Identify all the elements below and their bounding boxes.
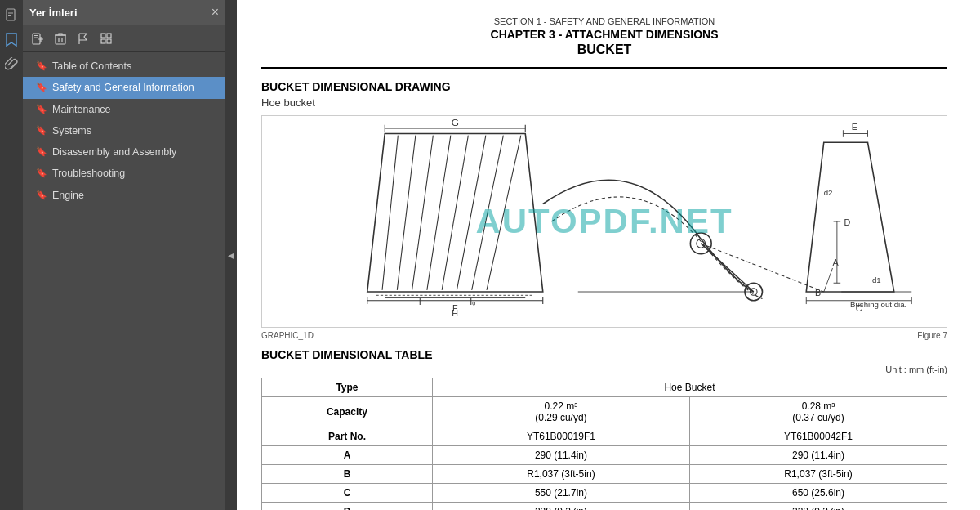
document-header: SECTION 1 - SAFETY AND GENERAL INFORMATI… <box>261 16 947 57</box>
sidebar-collapse-handle[interactable]: ◀ <box>225 0 237 510</box>
svg-rect-6 <box>34 37 38 38</box>
svg-text:C: C <box>856 303 862 313</box>
sidebar-header: Yer İmleri × <box>23 0 225 25</box>
table-cell: Part No. <box>262 427 433 446</box>
svg-text:H: H <box>452 308 458 318</box>
bookmark-icon-engine: 🔖 <box>36 190 47 200</box>
new-bookmark-button[interactable] <box>28 29 47 48</box>
sidebar-panel: Yer İmleri × <box>23 0 225 510</box>
sidebar-item-troubleshooting[interactable]: 🔖 Troubleshooting <box>23 163 225 184</box>
svg-line-22 <box>457 136 485 290</box>
svg-text:E: E <box>852 122 858 132</box>
dimensions-table: Type Hoe Bucket Capacity 0.22 m³(0.29 cu… <box>261 378 947 510</box>
sidebar-item-safety-general[interactable]: 🔖 Safety and General Information <box>23 77 225 98</box>
table-row: Capacity 0.22 m³(0.29 cu/yd) 0.28 m³(0.3… <box>262 397 947 427</box>
sidebar-item-engine[interactable]: 🔖 Engine <box>23 185 225 206</box>
toolbar-pages-icon[interactable] <box>3 7 20 23</box>
sidebar-item-label: Systems <box>52 124 91 137</box>
table-cell: YT61B00019F1 <box>432 427 689 446</box>
bookmark-icon-safety: 🔖 <box>36 82 47 92</box>
table-cell: 238 (9.37in) <box>689 503 947 511</box>
svg-text:G: G <box>452 117 459 128</box>
left-toolbar <box>0 0 23 510</box>
bookmark-icon-systems: 🔖 <box>36 125 47 136</box>
svg-line-20 <box>427 136 451 290</box>
svg-rect-10 <box>101 39 105 43</box>
sidebar-items: 🔖 Table of Contents 🔖 Safety and General… <box>23 52 225 510</box>
table-row: C 550 (21.7in) 650 (25.6in) <box>262 484 947 503</box>
table-cell: 0.22 m³(0.29 cu/yd) <box>432 397 689 427</box>
sidebar-item-disassembly[interactable]: 🔖 Disassembly and Assembly <box>23 141 225 163</box>
options-bookmark-button[interactable] <box>96 29 116 48</box>
bookmark-icon-toc: 🔖 <box>36 60 47 71</box>
table-row: Type Hoe Bucket <box>262 378 947 397</box>
svg-rect-3 <box>8 15 11 16</box>
svg-line-38 <box>701 244 754 292</box>
sidebar-item-label: Troubleshooting <box>52 167 125 180</box>
graphic-id-label: GRAPHIC_1D <box>261 331 314 340</box>
svg-rect-1 <box>8 11 13 11</box>
drawing-subheading: Hoe bucket <box>261 96 947 109</box>
bucket-drawing: AUTOPDF.NET G F I I₀ <box>261 115 947 328</box>
sidebar-item-label: Table of Contents <box>52 60 131 73</box>
table-cell: 550 (21.7in) <box>432 484 689 503</box>
table-cell: Hoe Bucket <box>432 378 947 397</box>
table-cell: D <box>262 503 433 511</box>
table-row: B R1,037 (3ft-5in) R1,037 (3ft-5in) <box>262 465 947 484</box>
sidebar-item-systems[interactable]: 🔖 Systems <box>23 120 225 141</box>
svg-line-19 <box>412 136 434 290</box>
svg-rect-2 <box>8 13 13 14</box>
flag-bookmark-button[interactable] <box>74 29 93 48</box>
table-cell: 290 (11.4in) <box>432 446 689 465</box>
svg-line-17 <box>382 136 398 290</box>
toolbar-attachments-icon[interactable] <box>3 56 20 72</box>
svg-line-21 <box>442 136 468 290</box>
svg-rect-9 <box>107 34 111 38</box>
toolbar-bookmarks-icon[interactable] <box>3 31 20 47</box>
table-cell: 650 (25.6in) <box>689 484 947 503</box>
svg-text:A: A <box>833 257 840 267</box>
svg-rect-5 <box>34 35 38 36</box>
table-cell: 0.28 m³(0.37 cu/yd) <box>689 397 947 427</box>
unit-label: Unit : mm (ft-in) <box>261 365 947 374</box>
svg-rect-11 <box>107 39 111 43</box>
sidebar-item-maintenance[interactable]: 🔖 Maintenance <box>23 99 225 120</box>
table-cell: R1,037 (3ft-5in) <box>689 465 947 484</box>
table-cell: B <box>262 465 433 484</box>
table-cell: Type <box>262 378 433 397</box>
table-cell: YT61B00042F1 <box>689 427 947 446</box>
delete-bookmark-button[interactable] <box>51 29 70 48</box>
table-cell: 238 (9.37in) <box>432 503 689 511</box>
header-divider <box>261 67 947 69</box>
table-cell: C <box>262 484 433 503</box>
bookmark-icon-troubleshooting: 🔖 <box>36 168 47 178</box>
svg-text:d2: d2 <box>824 188 833 197</box>
svg-line-24 <box>487 136 521 290</box>
bookmark-icon-maintenance: 🔖 <box>36 104 47 114</box>
sidebar-item-label: Engine <box>52 189 84 202</box>
svg-text:B: B <box>815 288 821 298</box>
sidebar-item-label: Maintenance <box>52 103 111 116</box>
main-content: SECTION 1 - SAFETY AND GENERAL INFORMATI… <box>237 0 980 510</box>
sidebar-item-label: Safety and General Information <box>52 81 194 94</box>
sidebar-item-label: Disassembly and Assembly <box>52 145 176 159</box>
section-title: SECTION 1 - SAFETY AND GENERAL INFORMATI… <box>261 16 947 26</box>
table-row: Part No. YT61B00019F1 YT61B00042F1 <box>262 427 947 446</box>
svg-line-39 <box>701 244 824 292</box>
svg-rect-8 <box>101 34 105 38</box>
sidebar-title: Yer İmleri <box>29 7 78 19</box>
sidebar-close-button[interactable]: × <box>212 5 219 20</box>
sidebar-item-table-of-contents[interactable]: 🔖 Table of Contents <box>23 56 225 77</box>
chapter-title: CHAPTER 3 - ATTACHMENT DIMENSIONS <box>261 28 947 41</box>
drawing-heading: BUCKET DIMENSIONAL DRAWING <box>261 80 947 93</box>
table-cell: 290 (11.4in) <box>689 446 947 465</box>
svg-rect-7 <box>56 35 65 44</box>
table-row: A 290 (11.4in) 290 (11.4in) <box>262 446 947 465</box>
table-heading: BUCKET DIMENSIONAL TABLE <box>261 348 947 361</box>
table-row: D 238 (9.37in) 238 (9.37in) <box>262 503 947 511</box>
svg-text:d1: d1 <box>872 275 881 284</box>
sidebar-toolbar <box>23 25 225 52</box>
page-title: BUCKET <box>261 42 947 57</box>
svg-line-23 <box>472 136 504 290</box>
svg-text:D: D <box>844 217 850 227</box>
